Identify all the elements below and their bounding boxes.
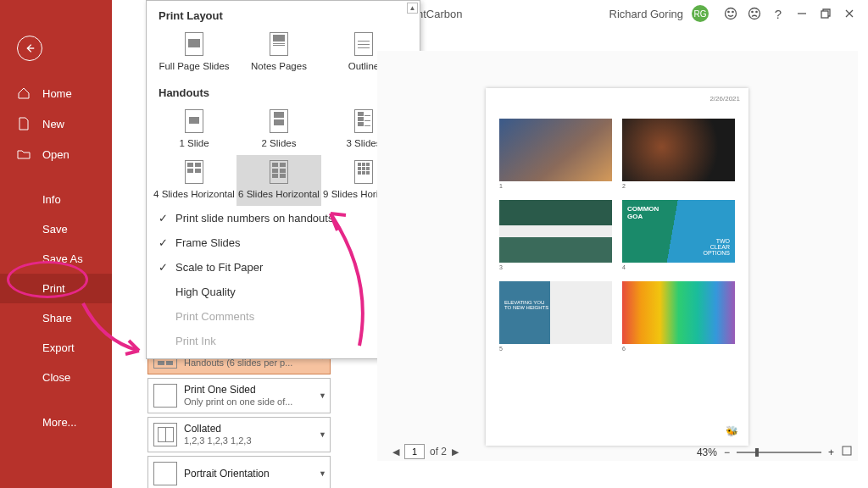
section-heading: Print Layout [147, 1, 420, 27]
svg-point-2 [732, 11, 733, 12]
nav-open[interactable]: Open [0, 139, 112, 169]
svg-point-0 [726, 8, 737, 19]
collate-icon [153, 423, 177, 446]
orientation-dropdown[interactable]: Portrait Orientation ▼ [147, 456, 331, 488]
page-navigator: ◀ of 2 ▶ [392, 444, 459, 459]
nav-info[interactable]: Info [0, 185, 112, 214]
fit-page-icon[interactable] [841, 445, 853, 459]
next-page-icon[interactable]: ▶ [452, 446, 459, 458]
nav-label: Export [42, 341, 75, 354]
handout-2[interactable]: 2 Slides [236, 104, 321, 155]
nav-save[interactable]: Save [0, 214, 112, 244]
back-button[interactable] [17, 36, 42, 61]
slide-thumb: ELEVATING YOUTO NEW HEIGHTS5 [499, 281, 612, 344]
portrait-icon [153, 462, 177, 485]
nav-label: Home [42, 87, 72, 100]
nav-label: Info [42, 193, 61, 206]
chevron-down-icon: ▼ [319, 430, 326, 439]
slide-thumb: 6 [622, 281, 735, 344]
nav-label: Share [42, 312, 72, 324]
slide-thumb: 2 [622, 119, 735, 181]
prev-page-icon[interactable]: ◀ [392, 446, 399, 458]
user-name: Richard Goring [609, 8, 683, 20]
nav-close[interactable]: Close [0, 363, 112, 392]
close-icon[interactable] [837, 2, 861, 25]
handout-6h[interactable]: 6 Slides Horizontal [236, 155, 321, 206]
print-preview: 2/26/2021 1 2 3 COMMONGOATWOCLEAROPTIONS… [377, 51, 858, 461]
slide-thumb: 1 [499, 119, 612, 181]
svg-point-5 [756, 11, 757, 12]
svg-rect-7 [843, 446, 851, 455]
chevron-down-icon: ▼ [319, 469, 326, 478]
nav-label: New [42, 118, 64, 130]
nav-share[interactable]: Share [0, 303, 112, 333]
nav-label: More... [42, 416, 76, 429]
zoom-slider[interactable] [737, 452, 821, 453]
svg-rect-6 [821, 11, 828, 18]
print-settings: 6 Slides HorizontalHandouts (6 slides pe… [147, 339, 331, 488]
zoom-in-icon[interactable]: + [828, 446, 834, 458]
page-date: 2/26/2021 [709, 95, 740, 103]
nav-new[interactable]: New [0, 108, 112, 139]
check-icon: ✓ [159, 236, 175, 249]
page-of: of 2 [430, 446, 447, 458]
help-icon[interactable]: ? [766, 2, 790, 25]
handout-1[interactable]: 1 Slide [152, 104, 236, 155]
frown-icon[interactable] [743, 2, 766, 25]
smile-icon[interactable] [719, 2, 743, 25]
backstage-sidebar: Home New Open Info Save Save As Print Sh… [0, 0, 112, 488]
nav-export[interactable]: Export [0, 333, 112, 363]
nav-more[interactable]: More... [0, 408, 112, 437]
chevron-down-icon: ▼ [319, 391, 326, 400]
layout-full-page[interactable]: Full Page Slides [152, 27, 236, 78]
bee-icon: 🐝 [726, 425, 738, 437]
sides-dropdown[interactable]: Print One SidedOnly print on one side of… [147, 378, 331, 413]
opt-title: Print One Sided [184, 384, 325, 396]
home-icon [17, 86, 32, 100]
check-icon: ✓ [159, 212, 175, 225]
svg-point-3 [749, 8, 760, 19]
opt-title: Portrait Orientation [184, 468, 325, 480]
document-title: htCarbon [417, 8, 462, 20]
nav-label: Open [42, 148, 70, 161]
nav-print[interactable]: Print [0, 274, 112, 303]
document-icon [17, 117, 32, 130]
nav-saveas[interactable]: Save As [0, 244, 112, 274]
folder-icon [17, 147, 32, 161]
minimize-icon[interactable] [790, 2, 814, 25]
avatar[interactable]: RG [692, 5, 709, 22]
restore-icon[interactable] [814, 2, 837, 25]
check-icon: ✓ [159, 261, 175, 274]
preview-page: 2/26/2021 1 2 3 COMMONGOATWOCLEAROPTIONS… [486, 88, 748, 446]
collate-dropdown[interactable]: Collated1,2,3 1,2,3 1,2,3 ▼ [147, 417, 331, 452]
page-icon [153, 384, 177, 408]
layout-notes[interactable]: Notes Pages [236, 27, 321, 78]
zoom-value: 43% [697, 446, 717, 458]
page-input[interactable] [404, 444, 425, 459]
zoom-control: 43% − + [697, 445, 853, 459]
nav-label: Save As [42, 252, 83, 265]
nav-label: Save [42, 223, 68, 236]
opt-sub: 1,2,3 1,2,3 1,2,3 [184, 435, 325, 446]
svg-point-4 [752, 11, 753, 12]
nav-home[interactable]: Home [0, 78, 112, 108]
opt-title: Collated [184, 423, 325, 435]
svg-point-1 [728, 11, 729, 12]
scroll-up-icon[interactable]: ▲ [407, 3, 418, 14]
nav-label: Close [42, 371, 70, 384]
opt-sub: Only print on one side of... [184, 396, 325, 408]
handout-4h[interactable]: 4 Slides Horizontal [152, 155, 236, 206]
slide-thumb: 3 [499, 200, 612, 263]
nav-label: Print [42, 282, 65, 295]
slide-thumb: COMMONGOATWOCLEAROPTIONS4 [622, 200, 735, 263]
zoom-out-icon[interactable]: − [724, 446, 730, 458]
